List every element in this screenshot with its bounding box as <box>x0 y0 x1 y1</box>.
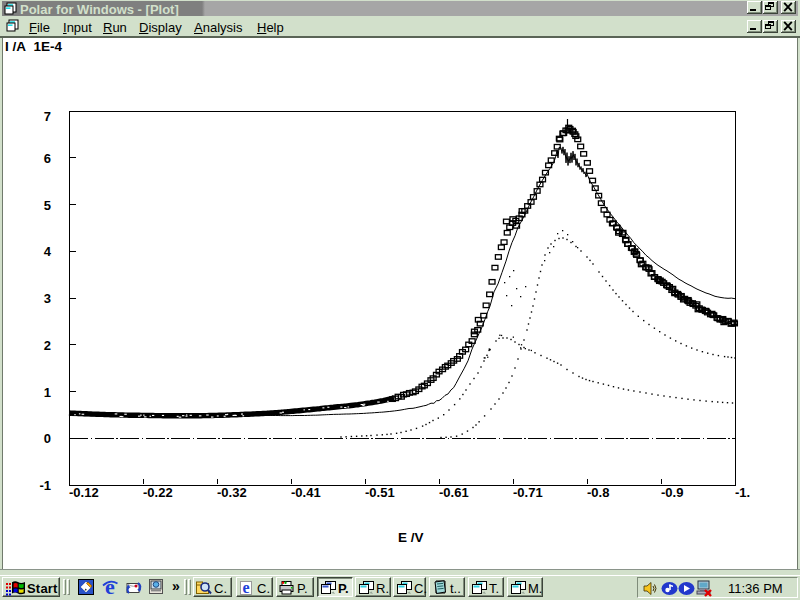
svg-text:2: 2 <box>44 338 51 353</box>
svg-text:-0.41: -0.41 <box>291 485 321 500</box>
svg-text:6: 6 <box>44 151 51 166</box>
svg-text:-0.71: -0.71 <box>513 485 543 500</box>
svg-text:E /V: E /V <box>398 530 424 545</box>
svg-text:4: 4 <box>44 244 52 259</box>
svg-text:-0.9: -0.9 <box>661 485 683 500</box>
svg-text:-1.: -1. <box>735 485 750 500</box>
svg-text:-0.12: -0.12 <box>69 485 99 500</box>
svg-text:1: 1 <box>44 385 51 400</box>
svg-text:-0.51: -0.51 <box>365 485 395 500</box>
svg-text:-1: -1 <box>39 478 51 493</box>
svg-text:0: 0 <box>44 431 51 446</box>
svg-text:I /A 1E-4: I /A 1E-4 <box>5 39 63 54</box>
svg-text:7: 7 <box>44 109 51 124</box>
svg-text:5: 5 <box>44 198 51 213</box>
svg-text:-0.8: -0.8 <box>587 485 609 500</box>
svg-text:-0.22: -0.22 <box>143 485 173 500</box>
svg-text:3: 3 <box>44 291 51 306</box>
svg-text:-0.61: -0.61 <box>439 485 469 500</box>
svg-text:-0.32: -0.32 <box>217 485 247 500</box>
